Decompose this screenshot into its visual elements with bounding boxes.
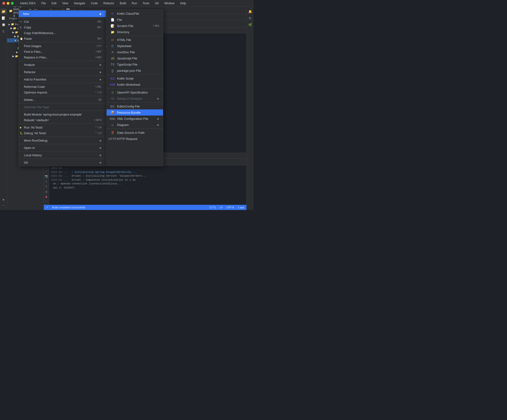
menu-item-optimize-imports[interactable]: Optimize Imports ⌃⌥O [44, 90, 106, 95]
menu-item-rebuild[interactable]: Rebuild '<default>' ⇧⌘F9 [44, 117, 106, 123]
stylesheet-label: Stylesheet [117, 44, 159, 48]
submenu-kotlin-worksheet[interactable]: KW Kotlin Worksheet [107, 82, 163, 88]
separator-4 [44, 68, 106, 69]
menu-item-cut[interactable]: ✂ Cut ⌘X [44, 19, 106, 24]
separator-13 [44, 151, 106, 151]
menu-item-copy[interactable]: ⎘ Copy ⌘C [44, 24, 106, 30]
maximize-button[interactable] [11, 2, 14, 5]
menu-item-replace-files[interactable]: Replace in Files... ⇧⌘R [44, 55, 106, 60]
typescript-icon: TS [110, 62, 115, 67]
menu-code[interactable]: Code [90, 1, 99, 6]
submenu-openapi[interactable]: ⊙ OpenAPI Specification [107, 89, 163, 96]
menu-item-delete[interactable]: Delete... ⌫ [44, 97, 106, 103]
menu-tools[interactable]: Tools [141, 1, 150, 6]
right-endpoints-icon[interactable]: ⊞ [247, 15, 253, 21]
status-encoding[interactable]: UTF-8 [226, 206, 234, 209]
new-arrow-icon: ▶ [100, 13, 102, 15]
submenu-file[interactable]: 📄 File [107, 17, 163, 23]
submenu-http-request[interactable]: HTTP HTTP Request [107, 136, 163, 142]
resource-bundle-icon: 📦 [110, 110, 115, 115]
menu-intellij[interactable]: IntelliJ IDEA [19, 1, 37, 6]
status-lf[interactable]: LF [220, 206, 223, 209]
sidebar-pull-requests-icon[interactable]: ⇅ [1, 28, 6, 34]
menu-item-reformat[interactable]: Reformat Code ⌥⌘L [44, 84, 106, 90]
sidebar-commit-icon[interactable]: 📝 [1, 15, 6, 21]
submenu-datasource[interactable]: 🗄 Data Source in Path [107, 130, 163, 136]
menu-item-refactor[interactable]: Refactor ▶ [44, 69, 106, 75]
run-list-icon[interactable]: ≡ [44, 179, 49, 184]
add-favorites-arrow-icon: ▶ [100, 78, 102, 81]
menu-item-find-files[interactable]: Find in Files... ⇧⌘F [44, 49, 106, 55]
console-output[interactable]: 2022-03-... 2022-03-... : Initializing S… [49, 165, 246, 205]
menu-run[interactable]: Run [131, 1, 138, 6]
close-button[interactable] [2, 2, 5, 5]
menu-item-paste[interactable]: 📋 Paste ⌘V [44, 36, 106, 41]
tree-indent-res2: ▶ [16, 51, 18, 54]
run-edit-icon[interactable]: ✎ [44, 185, 49, 189]
kotlin-script-label: Kotlin Script [117, 77, 159, 80]
submenu-diagram[interactable]: ◇ Diagram ▶ [107, 122, 163, 128]
kotlin-class-icon: K [110, 11, 115, 16]
submenu-javascript[interactable]: JS JavaScript File [107, 55, 163, 61]
submenu-html[interactable]: H HTML File [107, 37, 163, 43]
sidebar-project-icon[interactable]: 📁 [1, 8, 6, 14]
sidebar-bookmarks-icon[interactable]: ★ [1, 197, 6, 202]
menu-item-add-favorites[interactable]: Add to Favorites ▶ [44, 76, 106, 82]
submenu-kotlin-script[interactable]: KS Kotlin Script [107, 75, 163, 82]
menu-item-new[interactable]: New ▶ [44, 10, 106, 17]
menu-item-analyze[interactable]: Analyze ▶ [44, 62, 106, 68]
build-status-icon: ✓ [46, 206, 48, 209]
sidebar-structure-icon[interactable]: 🔲 [1, 22, 6, 28]
run-more-icon[interactable]: ⋯ [44, 200, 49, 204]
menu-item-open-in[interactable]: Open In ▶ [44, 145, 106, 151]
menu-file[interactable]: File [40, 1, 47, 6]
menu-item-find-usages[interactable]: Find Usages ⌥F7 [44, 43, 106, 49]
run-print-icon[interactable]: 🖨 [44, 190, 49, 194]
tree-indent-app [16, 43, 17, 46]
tree-indent-res: ▼ [14, 39, 17, 42]
status-position[interactable]: 17:71 [209, 206, 216, 209]
submenu-editorconfig[interactable]: EC EditorConfig File [107, 103, 163, 109]
menu-item-run-tests[interactable]: ▶ Run 'All Tests' ⌃⌥R [44, 124, 106, 130]
submenu-directory[interactable]: 📁 Directory [107, 29, 163, 35]
menu-item-copy-path[interactable]: Copy Path/Reference... [44, 30, 106, 36]
menu-view[interactable]: View [61, 1, 70, 6]
submenu-sep-2 [107, 74, 163, 75]
menu-item-debug-tests[interactable]: 🐛 Debug 'All Tests' ⌃⌥D [44, 130, 106, 136]
right-spring-icon[interactable]: 🌿 [247, 22, 253, 28]
right-notifications-icon[interactable]: 🔔 [247, 8, 253, 14]
menu-window[interactable]: Window [163, 1, 176, 6]
scratch-icon: 📝 [110, 24, 115, 28]
menu-refactor[interactable]: Refactor [102, 1, 115, 6]
submenu-stylesheet[interactable]: C Stylesheet [107, 43, 163, 49]
menu-item-git[interactable]: Git ▶ [44, 159, 106, 165]
submenu-resource-bundle[interactable]: 📦 Resource Bundle [107, 109, 163, 116]
sidebar-more-icon[interactable]: ⋯ [1, 202, 6, 208]
menu-edit[interactable]: Edit [50, 1, 58, 6]
submenu-asciidoc[interactable]: A AsciiDoc File [107, 49, 163, 55]
submenu-typescript[interactable]: TS TypeScript File [107, 61, 163, 68]
run-scroll-down-icon[interactable]: ↓ [44, 169, 49, 173]
submenu-scratch[interactable]: 📝 Scratch File ⇧⌘N [107, 23, 163, 29]
submenu-package-json[interactable]: {} package.json File [107, 68, 163, 74]
separator-11 [44, 137, 106, 137]
optimize-imports-shortcut: ⌃⌥O [94, 91, 102, 94]
menu-help[interactable]: Help [179, 1, 187, 6]
package-json-label: package.json File [117, 69, 159, 72]
scratch-label: Scratch File [117, 24, 150, 28]
run-camera-icon[interactable]: 📷 [44, 174, 49, 179]
submenu-xml-config[interactable]: XML XML Configuration File ▶ [107, 116, 163, 122]
status-indent[interactable]: 2 spa [238, 206, 244, 209]
menu-navigate[interactable]: Navigate [73, 1, 86, 6]
log-date-4: 2022-03-... [51, 179, 68, 181]
menu-build[interactable]: Build [119, 1, 127, 6]
asciidoc-label: AsciiDoc File [117, 50, 159, 54]
minimize-button[interactable] [7, 2, 9, 5]
submenu-kotlin-class[interactable]: K Kotlin Class/File [107, 10, 163, 17]
submenu-sep-1 [107, 36, 163, 36]
run-stop-icon[interactable]: ■ [44, 195, 49, 199]
menu-git[interactable]: Git [154, 1, 160, 6]
menu-item-local-history[interactable]: Local History ▶ [44, 152, 106, 158]
menu-item-more-run[interactable]: More Run/Debug ▶ [44, 138, 106, 143]
menu-item-build-module[interactable]: Build Module 'spring-boot-project-exampl… [44, 111, 106, 117]
